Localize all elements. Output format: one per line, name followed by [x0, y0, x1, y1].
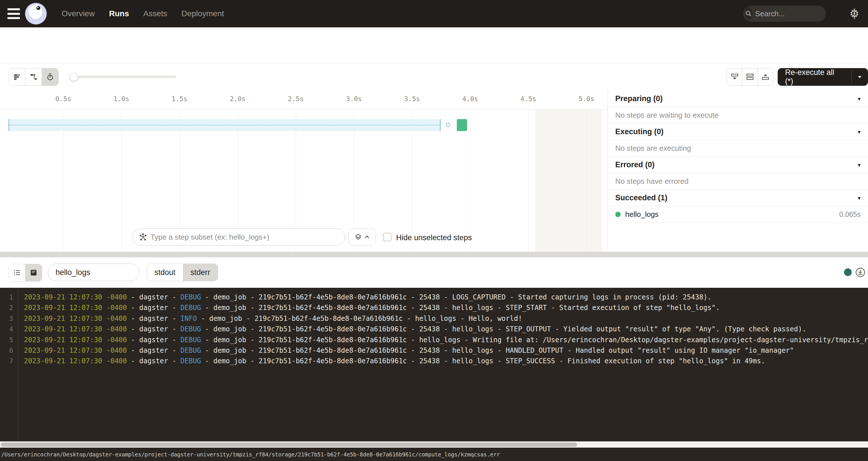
- log-line-text: 2023-09-21 12:07:30 -0400 - dagster - DE…: [24, 292, 868, 303]
- axis-tick-label: 5.0s: [579, 95, 594, 102]
- waiting-dotted-line: [9, 125, 440, 125]
- section-header-errored[interactable]: Errored (0) ▾: [608, 157, 868, 173]
- log-step-filter-input[interactable]: [56, 268, 132, 277]
- log-line: 32023-09-21 12:07:30 -0400 - dagster - I…: [0, 313, 868, 324]
- log-line-text: 2023-09-21 12:07:30 -0400 - dagster - DE…: [24, 335, 868, 345]
- structured-log-view-button[interactable]: [9, 264, 25, 281]
- log-line-text: 2023-09-21 12:07:30 -0400 - dagster - DE…: [24, 356, 868, 366]
- chevron-up-icon: [364, 234, 370, 240]
- step-success-dot-icon: [615, 212, 621, 217]
- log-line-text: 2023-09-21 12:07:30 -0400 - dagster - IN…: [24, 313, 868, 324]
- console-icon: [30, 269, 38, 277]
- section-caret-icon: ▾: [858, 194, 861, 202]
- top-nav: Overview Runs Assets Deployment / ⚙: [0, 0, 868, 27]
- dagster-logo[interactable]: [25, 3, 47, 25]
- log-console: 12023-09-21 12:07:30 -0400 - dagster - D…: [0, 288, 868, 441]
- dependency-marker-icon: [446, 123, 450, 127]
- axis-tick-label: 2.5s: [288, 95, 304, 102]
- log-line: 52023-09-21 12:07:30 -0400 - dagster - D…: [0, 335, 868, 345]
- step-subset-field[interactable]: [132, 228, 345, 246]
- caret-down-icon: [857, 74, 863, 80]
- log-line-number: 2: [0, 302, 13, 313]
- step-status-panel: Preparing (0) ▾ No steps are waiting to …: [608, 91, 868, 252]
- section-empty-preparing: No steps are waiting to execute: [608, 107, 868, 124]
- tab-stderr[interactable]: stderr: [183, 264, 218, 281]
- hide-unselected-checkbox[interactable]: [383, 233, 392, 241]
- axis-tick-label: 1.5s: [172, 95, 187, 102]
- axis-tick-label: 4.5s: [520, 95, 536, 102]
- pane-splitter[interactable]: [0, 252, 868, 257]
- op-selector-icon: [139, 233, 147, 241]
- download-logs-button[interactable]: [855, 267, 866, 278]
- hamburger-menu-icon[interactable]: [7, 8, 20, 19]
- section-header-executing[interactable]: Executing (0) ▾: [608, 124, 868, 140]
- axis-tick-label: 2.0s: [230, 95, 245, 102]
- hide-unselected-label: Hide unselected steps: [396, 233, 472, 242]
- log-line: 22023-09-21 12:07:30 -0400 - dagster - D…: [0, 302, 868, 313]
- log-line-text: 2023-09-21 12:07:30 -0400 - dagster - DE…: [24, 324, 868, 335]
- nav-item-runs[interactable]: Runs: [104, 6, 134, 21]
- section-header-succeeded[interactable]: Succeeded (1) ▾: [608, 190, 868, 206]
- log-capture-status-dot: [844, 268, 852, 276]
- waterfall-view-button[interactable]: [25, 68, 42, 86]
- log-line: 72023-09-21 12:07:30 -0400 - dagster - D…: [0, 356, 868, 366]
- log-line-text: 2023-09-21 12:07:30 -0400 - dagster - DE…: [24, 345, 868, 356]
- log-step-filter-field[interactable]: [48, 264, 140, 281]
- log-line-number: 1: [0, 292, 13, 303]
- flat-gantt-icon: [13, 73, 21, 81]
- log-file-status-bar: /Users/erincochran/Desktop/dagster-examp…: [0, 448, 868, 461]
- log-view-mode-group: [8, 264, 42, 281]
- flat-view-button[interactable]: [9, 68, 25, 86]
- log-line-number: 4: [0, 324, 13, 335]
- stopwatch-icon: [46, 73, 54, 81]
- section-header-preparing[interactable]: Preparing (0) ▾: [608, 91, 868, 107]
- raw-log-view-button[interactable]: [25, 264, 42, 281]
- split-panes-button[interactable]: [742, 68, 758, 86]
- nav-item-overview[interactable]: Overview: [56, 6, 100, 21]
- step-waiting-band: [8, 119, 440, 131]
- step-subset-input[interactable]: [151, 233, 342, 242]
- step-row-hello-logs[interactable]: hello_logs 0.065s: [608, 206, 868, 223]
- run-header: 219c7b51 Success Run of demo_job @ 4f105…: [0, 27, 868, 63]
- log-line: 42023-09-21 12:07:30 -0400 - dagster - D…: [0, 324, 868, 335]
- search-input[interactable]: [752, 9, 854, 18]
- log-line-number: 3: [0, 313, 13, 324]
- log-line-number: 6: [0, 345, 13, 356]
- gantt-view-mode-group: [8, 68, 59, 86]
- subset-options-button[interactable]: [348, 228, 376, 246]
- log-line: 62023-09-21 12:07:30 -0400 - dagster - D…: [0, 345, 868, 356]
- log-line-text: 2023-09-21 12:07:30 -0400 - dagster - DE…: [24, 302, 868, 313]
- log-toolbar: stdout stderr: [0, 257, 868, 288]
- axis-tick-label: 3.0s: [346, 95, 362, 102]
- reexecute-all-button[interactable]: Re-execute all (*): [778, 68, 851, 86]
- gantt-toolbar: Hide not started steps Re-execute all (*…: [0, 63, 868, 91]
- section-empty-errored: No steps have errored: [608, 173, 868, 190]
- layers-icon: [354, 233, 362, 241]
- axis-tick-label: 3.5s: [404, 95, 420, 102]
- expand-top-pane-button[interactable]: [758, 68, 773, 86]
- gantt-zoom-slider-knob[interactable]: [69, 73, 78, 81]
- horizontal-scrollbar: [0, 441, 868, 448]
- horizontal-scrollbar-thumb[interactable]: [1, 442, 577, 447]
- tab-stdout[interactable]: stdout: [147, 264, 183, 281]
- pane-layout-group: [727, 68, 773, 86]
- nav-item-assets[interactable]: Assets: [138, 6, 173, 21]
- download-icon: [855, 267, 866, 278]
- global-search[interactable]: /: [743, 6, 826, 22]
- reexecute-dropdown-button[interactable]: [852, 68, 868, 86]
- settings-gear-icon[interactable]: ⚙: [848, 7, 861, 20]
- log-line-number: 5: [0, 335, 13, 345]
- panel-down-icon: [731, 73, 739, 81]
- nav-item-deployment[interactable]: Deployment: [176, 6, 229, 21]
- step-bar-hello-logs[interactable]: [457, 119, 467, 131]
- list-icon: [13, 269, 21, 277]
- waterfall-gantt-icon: [30, 73, 38, 81]
- reexecute-all-split-button: Re-execute all (*): [778, 68, 868, 86]
- gantt-time-axis: 0.5s1.0s1.5s2.0s2.5s3.0s3.5s4.0s4.5s5.0s: [0, 91, 608, 110]
- timed-view-button[interactable]: [42, 68, 58, 86]
- section-caret-icon: ▾: [858, 128, 861, 135]
- log-line: 12023-09-21 12:07:30 -0400 - dagster - D…: [0, 292, 868, 303]
- expand-bottom-pane-button[interactable]: [727, 68, 742, 86]
- gantt-zoom-slider[interactable]: [71, 76, 176, 78]
- log-file-path: /Users/erincochran/Desktop/dagster-examp…: [0, 451, 500, 458]
